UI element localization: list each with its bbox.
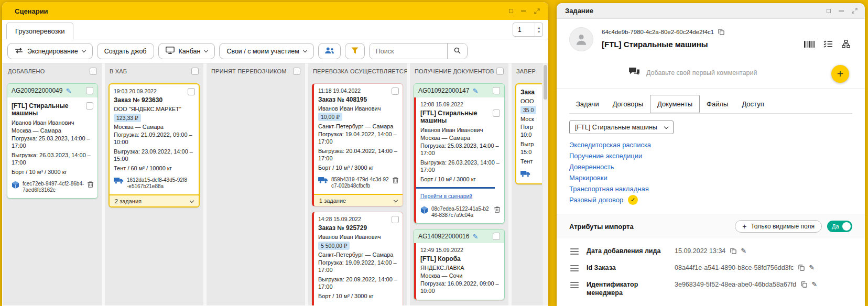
- copy-icon[interactable]: [798, 265, 805, 271]
- edit-pencil-icon[interactable]: ✎: [66, 88, 71, 94]
- goto-scenario-link[interactable]: Перейти в сценарий: [420, 192, 472, 200]
- drag-handle-icon[interactable]: [570, 265, 579, 271]
- card-company: ЯНДЕКС.ЛАВКА: [420, 264, 500, 271]
- expedition-menu-button[interactable]: Экспедирование: [7, 43, 93, 59]
- attribute-row: Id Заказа 08a44f1e-a541-4890-b8ce-58fd75…: [557, 259, 865, 276]
- restore-icon[interactable]: [827, 9, 831, 13]
- page-number-input[interactable]: [513, 26, 530, 34]
- expand-icon[interactable]: [852, 8, 858, 14]
- search-button[interactable]: [447, 43, 467, 59]
- tab-documents[interactable]: Документы: [650, 95, 700, 113]
- card-route: Москва — Сочи: [420, 272, 500, 279]
- trash-icon[interactable]: [393, 177, 398, 185]
- column-checkbox[interactable]: [90, 68, 97, 75]
- card-checkbox[interactable]: [188, 88, 195, 95]
- yes-toggle[interactable]: Да: [827, 221, 852, 232]
- add-comment-area[interactable]: Добавьте свой первый комментарий: [628, 67, 757, 79]
- minimize-icon[interactable]: [839, 10, 844, 12]
- edit-pencil-icon[interactable]: ✎: [811, 281, 817, 288]
- scenario-card[interactable]: AG200922000049 ✎ [FTL] Стиральные машины…: [7, 83, 98, 199]
- tab-cargo[interactable]: Грузоперевозки: [6, 23, 73, 39]
- add-button[interactable]: +: [831, 65, 849, 83]
- edit-pencil-icon[interactable]: ✎: [472, 233, 478, 240]
- task-checkbox[interactable]: [493, 110, 500, 117]
- column-checkbox[interactable]: [496, 68, 504, 75]
- expand-icon[interactable]: [534, 8, 540, 14]
- tab-tasks[interactable]: Задачи: [569, 95, 606, 113]
- barcode-icon[interactable]: [804, 41, 815, 48]
- doc-link-forwarding-receipt[interactable]: Экспедиторская расписка: [569, 139, 852, 150]
- edit-pencil-icon[interactable]: ✎: [809, 264, 815, 271]
- card-checkbox[interactable]: [392, 216, 399, 223]
- window-controls: [827, 8, 858, 14]
- card-uuid: 252783dc-f8ad-4e83-8f8b-0abc0b21b2e2: [331, 305, 389, 305]
- doc-link-one-time-contract[interactable]: Разовый договор ✓: [569, 194, 852, 205]
- order-card[interactable]: 11:18 19.04.2022 Заказ № 408195 Иванов И…: [312, 83, 403, 206]
- card-checkbox[interactable]: [493, 87, 500, 94]
- tasks-expander[interactable]: 2 задания: [110, 194, 199, 206]
- card-person: Иванов Иван Иванович: [318, 105, 381, 112]
- doc-link-forwarding-order[interactable]: Поручение экспедиции: [569, 150, 852, 161]
- task-checkbox[interactable]: [86, 102, 93, 110]
- document-type-select[interactable]: [FTL] Стиральные машины: [569, 121, 674, 134]
- order-card[interactable]: 14:28 15.09.2022 Заказ № 925729 Иванов И…: [312, 212, 403, 305]
- checklist-icon[interactable]: [823, 40, 833, 48]
- window-controls: [509, 8, 540, 14]
- drag-handle-icon[interactable]: [570, 248, 579, 255]
- column-title: ДОБАВЛЕНО: [8, 68, 45, 74]
- doc-link-power-of-attorney[interactable]: Доверенность: [569, 161, 852, 172]
- column-checkbox[interactable]: [191, 68, 199, 75]
- order-card[interactable]: 19:03 20.09.2022 Заказ № 923630 ООО "ЯНД…: [108, 83, 200, 207]
- trash-icon[interactable]: [393, 305, 398, 305]
- trash-icon[interactable]: [494, 206, 500, 214]
- card-checkbox[interactable]: [86, 87, 93, 94]
- hierarchy-icon[interactable]: [842, 40, 850, 48]
- page-stepper[interactable]: ▴ ▾: [535, 23, 542, 36]
- kanban-view-button[interactable]: Канбан: [158, 43, 215, 59]
- copy-icon[interactable]: [730, 248, 736, 254]
- tab-files[interactable]: Файлы: [700, 95, 735, 113]
- scenario-card[interactable]: AG140922000016 ✎ 12:49 15.09.2022 [FTL] …: [414, 229, 505, 300]
- tab-access[interactable]: Доступ: [735, 95, 771, 113]
- column-checkbox[interactable]: [293, 68, 300, 75]
- edit-pencil-icon[interactable]: ✎: [472, 88, 478, 94]
- card-unload: Выгрузка: 23.09.2022, 14:00 – 15:00: [114, 148, 194, 162]
- comment-placeholder: Добавьте свой первый комментарий: [646, 69, 757, 76]
- tab-contracts[interactable]: Договоры: [606, 95, 650, 113]
- drag-handle-icon[interactable]: [570, 282, 579, 288]
- search-input[interactable]: [370, 43, 447, 59]
- copy-icon[interactable]: [718, 29, 724, 35]
- only-visible-fields-button[interactable]: + Только видимые поля: [735, 220, 822, 233]
- toolbar: Экспедирование Создать джоб Канбан Свои …: [2, 39, 548, 63]
- scope-filter-button[interactable]: Свои / с моим участием: [219, 43, 313, 59]
- create-job-button[interactable]: Создать джоб: [97, 43, 154, 59]
- tasks-expander[interactable]: 1 задание: [314, 194, 403, 206]
- card-time: 11:18 19.04.2022: [318, 87, 398, 94]
- window-title: Сценарии: [15, 7, 48, 15]
- assignees-button[interactable]: [318, 43, 341, 59]
- card-id: AG010922000147: [418, 87, 469, 94]
- board-scrollbar[interactable]: [542, 63, 548, 305]
- edit-pencil-icon[interactable]: ✎: [741, 247, 746, 254]
- card-checkbox[interactable]: [392, 88, 399, 95]
- card-time: 12:49 15.09.2022: [420, 246, 500, 254]
- trash-icon[interactable]: [88, 181, 93, 189]
- card-route: Москва — Самара: [420, 134, 500, 141]
- swap-arrows-icon: [15, 48, 23, 55]
- scenario-card[interactable]: AG010922000147 ✎ 12:08 15.09.2022 [FTL] …: [414, 83, 505, 224]
- card-time: 12:08 15.09.2022: [420, 101, 500, 108]
- card-uuid: fcec72eb-9497-4cf2-86b4-7aed6fc3162c: [23, 181, 84, 193]
- restore-icon[interactable]: [509, 9, 513, 13]
- card-checkbox[interactable]: [493, 233, 500, 240]
- stepper-down-icon[interactable]: ▾: [538, 30, 540, 34]
- doc-link-markings[interactable]: Маркировки: [569, 172, 852, 183]
- minimize-icon[interactable]: [521, 10, 526, 12]
- attribute-label: Дата добавления лида: [587, 247, 675, 255]
- stepper-up-icon[interactable]: ▴: [538, 26, 540, 30]
- copy-icon[interactable]: [801, 281, 807, 288]
- doc-link-waybill[interactable]: Транспортная накладная: [569, 183, 852, 194]
- scrollbar-thumb[interactable]: [544, 65, 547, 100]
- card-title: Заказ № 923630: [114, 96, 194, 104]
- card-uuid: 08c7edea-5122-41a5-b246-8387c7a9c04a: [431, 206, 491, 218]
- filter-button[interactable]: [345, 43, 365, 59]
